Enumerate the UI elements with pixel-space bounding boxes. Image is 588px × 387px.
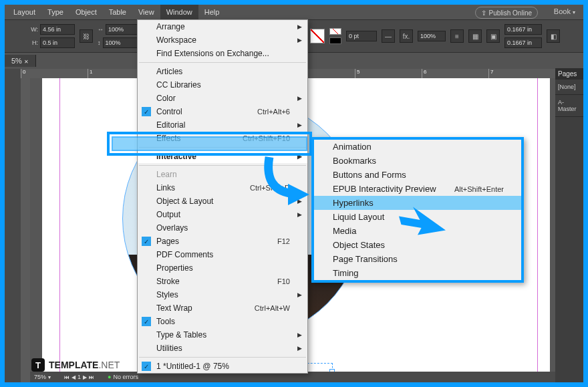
- corner-icon[interactable]: ◧: [547, 29, 560, 43]
- right-panel: Pages [None] A-Master: [555, 68, 583, 382]
- menu-item-label: EPUB Interactivity Preview: [333, 184, 436, 194]
- interactive-submenu-item[interactable]: Object States: [314, 238, 521, 252]
- stroke-style-icon[interactable]: —: [382, 29, 395, 43]
- menu-type[interactable]: Type: [41, 5, 69, 19]
- opacity-field[interactable]: [418, 31, 446, 41]
- status-preflight[interactable]: ● No errors: [108, 374, 138, 380]
- menu-help[interactable]: Help: [198, 5, 226, 19]
- tool-panel[interactable]: [5, 69, 21, 382]
- window-menu-item[interactable]: LinksCtrl+Shift+D: [138, 181, 307, 195]
- menu-layout[interactable]: Layout: [7, 5, 41, 19]
- menu-item-label: PDF Comments: [156, 250, 213, 259]
- pages-panel-tab[interactable]: Pages: [555, 68, 583, 80]
- fx-button[interactable]: fx.: [400, 29, 413, 43]
- window-menu-item[interactable]: ✓PagesF12: [138, 235, 307, 248]
- interactive-submenu-item[interactable]: Buttons and Forms: [314, 168, 521, 182]
- interactive-submenu-item[interactable]: Liquid Layout: [314, 210, 521, 224]
- menu-shortcut: Ctrl+Alt+W: [255, 304, 290, 312]
- menu-item-label: Effects: [156, 134, 180, 143]
- window-menu-item[interactable]: Find Extensions on Exchange...: [138, 47, 307, 60]
- stroke-weight-field[interactable]: [346, 31, 377, 41]
- window-menu-item[interactable]: ✓1 *Untitled-1 @ 75%: [138, 360, 307, 373]
- document-tabs: 5% ✕: [5, 53, 36, 69]
- window-menu-item[interactable]: Workspace▶: [138, 33, 307, 47]
- menu-view[interactable]: View: [132, 5, 160, 19]
- gap-field-2[interactable]: [504, 37, 542, 48]
- stroke-swatch[interactable]: [329, 28, 341, 35]
- window-menu-item[interactable]: ✓ControlCtrl+Alt+6: [138, 105, 307, 118]
- scale-y-field[interactable]: [103, 37, 138, 48]
- submenu-arrow-icon: ▶: [297, 345, 302, 352]
- window-menu-item: Learn: [138, 168, 307, 181]
- window-menu-item[interactable]: ✓Tools: [138, 315, 307, 328]
- gap-field-1[interactable]: [504, 24, 542, 35]
- window-menu-item[interactable]: Arrange▶: [138, 20, 307, 33]
- window-menu-item[interactable]: Type & Tables▶: [138, 328, 307, 342]
- menu-table[interactable]: Table: [103, 5, 132, 19]
- window-menu-item[interactable]: Color▶: [138, 92, 307, 105]
- menu-shortcut: Ctrl+Shift+F10: [243, 134, 290, 142]
- menu-shortcut: F12: [277, 237, 290, 245]
- menu-object[interactable]: Object: [69, 5, 103, 19]
- menu-item-label: Animation: [333, 142, 372, 152]
- window-menu-item[interactable]: Utilities▶: [138, 342, 307, 355]
- window-menu-item[interactable]: Styles▶: [138, 288, 307, 301]
- scale-x-field[interactable]: [106, 24, 140, 35]
- menu-item-label: Color: [156, 94, 176, 103]
- height-field[interactable]: [40, 37, 75, 48]
- window-menu-item[interactable]: CC Libraries: [138, 78, 307, 92]
- menu-item-label: Media: [333, 226, 356, 236]
- link-wh-icon[interactable]: ⛓: [80, 29, 93, 43]
- window-menu-item[interactable]: Text WrapCtrl+Alt+W: [138, 301, 307, 315]
- window-menu-item[interactable]: Editorial▶: [138, 118, 307, 132]
- check-icon: ✓: [142, 237, 151, 246]
- interactive-submenu-item[interactable]: EPUB Interactivity PreviewAlt+Shift+Ente…: [314, 182, 521, 196]
- wrap-icon[interactable]: ▦: [468, 29, 482, 43]
- pages-item-none[interactable]: [None]: [555, 80, 583, 95]
- interactive-submenu-item[interactable]: Animation: [314, 140, 521, 154]
- vertical-ruler: [21, 78, 30, 382]
- status-page[interactable]: ⏮◀ 1 ▶⏭: [64, 374, 94, 380]
- menu-item-label: Stroke: [156, 277, 180, 286]
- interactive-submenu-item[interactable]: Timing: [314, 266, 521, 280]
- upload-icon: ⇪: [481, 9, 486, 17]
- window-menu-item[interactable]: Articles: [138, 65, 307, 78]
- window-menu-item[interactable]: Object & Layout▶: [138, 195, 307, 208]
- workspace-switcher[interactable]: Book ▾: [554, 7, 575, 15]
- menu-item-label: Styles: [156, 290, 178, 299]
- submenu-arrow-icon: ▶: [297, 153, 302, 160]
- window-menu-item[interactable]: Properties: [138, 261, 307, 275]
- window-menu-item[interactable]: Interactive▶: [138, 150, 307, 163]
- width-field[interactable]: [40, 24, 75, 35]
- interactive-submenu-item[interactable]: Page Transitions: [314, 252, 521, 266]
- menu-window[interactable]: Window: [160, 5, 198, 19]
- interactive-submenu-item[interactable]: Bookmarks: [314, 154, 521, 168]
- window-menu-item[interactable]: PDF Comments: [138, 248, 307, 261]
- window-menu-item[interactable]: Output▶: [138, 208, 307, 221]
- tab-zoom-label[interactable]: 5% ✕: [5, 55, 36, 67]
- interactive-submenu-item[interactable]: Media: [314, 224, 521, 238]
- window-menu-item[interactable]: Overlays: [138, 221, 307, 235]
- submenu-arrow-icon: ▶: [297, 291, 302, 298]
- scale-x-icon: ↔: [98, 26, 104, 33]
- menu-item-label: Text Wrap: [156, 303, 192, 313]
- submenu-arrow-icon: ▶: [297, 122, 302, 128]
- pages-item-master[interactable]: A-Master: [555, 95, 583, 117]
- stroke-swatch-2[interactable]: [329, 37, 341, 44]
- menu-item-label: Control: [156, 107, 182, 116]
- menu-item-label: 1 *Untitled-1 @ 75%: [156, 362, 229, 371]
- window-menu-item[interactable]: EffectsCtrl+Shift+F10: [138, 132, 307, 145]
- interactive-submenu-item[interactable]: Hyperlinks: [314, 196, 521, 210]
- menu-item-label: Workspace: [156, 35, 196, 45]
- fill-swatch[interactable]: [310, 29, 325, 43]
- interactive-submenu: AnimationBookmarksButtons and FormsEPUB …: [311, 137, 524, 283]
- status-zoom[interactable]: 75% ▾: [34, 374, 51, 380]
- window-menu-item[interactable]: StrokeF10: [138, 275, 307, 288]
- frame-fit-icon[interactable]: ▣: [486, 29, 500, 43]
- menu-item-label: Type & Tables: [156, 330, 206, 340]
- align-icon[interactable]: ≡: [450, 29, 464, 43]
- menu-item-label: Articles: [156, 67, 182, 76]
- watermark-logo: T TEMPLATE.NET: [31, 358, 120, 372]
- menu-item-label: Page Transitions: [333, 254, 398, 264]
- publish-online-button[interactable]: ⇪ Publish Online: [475, 7, 538, 19]
